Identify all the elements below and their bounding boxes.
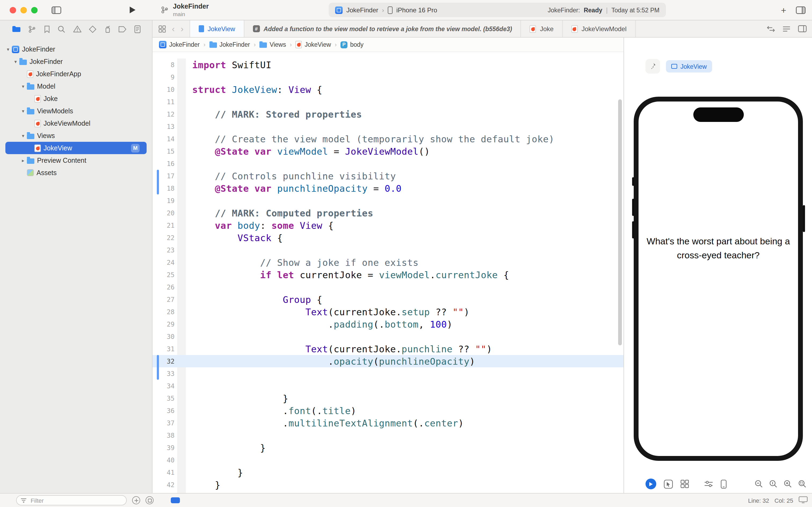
line-number[interactable]: 17 (153, 172, 177, 180)
line-number[interactable]: 33 (153, 370, 177, 377)
code-line[interactable]: 36 .font(.title) (153, 404, 624, 417)
live-preview-button[interactable] (645, 478, 656, 489)
line-number[interactable]: 10 (153, 86, 177, 93)
line-number[interactable]: 14 (153, 135, 177, 143)
activity-viewer[interactable]: JokeFinder: Ready | Today at 5:52 PM (548, 7, 659, 13)
line-number[interactable]: 37 (153, 419, 177, 427)
line-number[interactable]: 21 (153, 222, 177, 229)
line-number[interactable]: 36 (153, 407, 177, 414)
code-line[interactable]: 33 (153, 368, 624, 380)
breadcrumb-item-jokefinder[interactable]: JokeFinder (159, 41, 200, 48)
breadcrumb-item-body[interactable]: Pbody (341, 41, 363, 48)
run-destination[interactable]: iPhone 16 Pro (396, 6, 437, 14)
line-number[interactable]: 15 (153, 148, 177, 155)
line-number[interactable]: 11 (153, 98, 177, 106)
line-number[interactable]: 27 (153, 296, 177, 303)
editor-options-icon[interactable] (782, 25, 791, 32)
line-number[interactable]: 12 (153, 110, 177, 118)
code-line[interactable]: 13 (153, 120, 624, 133)
library-add-icon[interactable]: + (781, 6, 786, 15)
sidebar-item-preview-content[interactable]: ▸Preview Content (0, 154, 152, 167)
disclosure-icon[interactable]: ▾ (12, 59, 19, 64)
project-navigator-icon[interactable] (11, 25, 21, 33)
sidebar-item-views[interactable]: ▾Views (0, 129, 152, 142)
sidebar-item-jokefinder[interactable]: ▾JokeFinder (0, 55, 152, 68)
run-button[interactable] (129, 6, 136, 14)
line-number[interactable]: 23 (153, 246, 177, 254)
line-number[interactable]: 32 (153, 357, 177, 365)
line-number[interactable]: 9 (153, 73, 177, 81)
line-number[interactable]: 24 (153, 259, 177, 266)
sidebar-item-joke[interactable]: Joke (0, 92, 152, 105)
editor[interactable]: 8import SwiftUI910struct JokeView: View … (153, 52, 624, 493)
sidebar-item-model[interactable]: ▾Model (0, 80, 152, 92)
code-line[interactable]: 24 // Show a joke if one exists (153, 256, 624, 269)
disclosure-icon[interactable]: ▾ (19, 108, 27, 114)
sidebar-item-jokeview[interactable]: JokeViewM (5, 142, 147, 154)
code-line[interactable]: 32 .opacity(punchlineOpacity) (153, 355, 624, 368)
breadcrumb-item-views[interactable]: Views (259, 41, 286, 48)
sidebar-item-assets[interactable]: Assets (0, 167, 152, 179)
disclosure-icon[interactable]: ▾ (19, 83, 27, 89)
line-number[interactable]: 26 (153, 283, 177, 291)
minimap-toggle-icon[interactable] (171, 497, 180, 503)
split-editor-icon[interactable] (798, 25, 807, 32)
code-line[interactable]: 28 Text(currentJoke.setup ?? "") (153, 305, 624, 318)
bookmarks-navigator-icon[interactable] (43, 25, 50, 33)
code-line[interactable]: 41 } (153, 466, 624, 478)
editor-swap-icon[interactable] (767, 25, 775, 32)
code-line[interactable]: 17 // Controls punchline visibility (153, 170, 624, 182)
tab-added-a-function-to-the-view[interactable]: #Added a function to the view model to r… (244, 20, 521, 37)
code-line[interactable]: 43} (153, 491, 624, 493)
line-number[interactable]: 20 (153, 209, 177, 217)
debug-navigator-icon[interactable] (104, 25, 111, 33)
code-line[interactable]: 29 .padding(.bottom, 100) (153, 318, 624, 330)
code-line[interactable]: 39 } (153, 442, 624, 454)
tab-jokeview[interactable]: JokeView (189, 20, 244, 37)
line-number[interactable]: 35 (153, 394, 177, 402)
line-number[interactable]: 28 (153, 308, 177, 316)
find-navigator-icon[interactable] (57, 25, 65, 33)
line-number[interactable]: 19 (153, 197, 177, 204)
zoom-in-icon[interactable] (784, 480, 792, 488)
line-number[interactable]: 41 (153, 468, 177, 476)
line-number[interactable]: 25 (153, 271, 177, 278)
sidebar-item-jokefinderapp[interactable]: JokeFinderApp (0, 68, 152, 80)
code-line[interactable]: 21 var body: some View { (153, 219, 624, 231)
filter-input[interactable] (30, 497, 110, 504)
line-number[interactable]: 18 (153, 184, 177, 192)
code-line[interactable]: 11 (153, 96, 624, 108)
code-line[interactable]: 9 (153, 71, 624, 83)
navigator-filter-field[interactable] (16, 495, 127, 505)
line-number[interactable]: 34 (153, 382, 177, 390)
breadcrumb-item-jokeview[interactable]: JokeView (296, 41, 331, 48)
code-line[interactable]: 20 // MARK: Computed properties (153, 207, 624, 219)
line-number[interactable]: 40 (153, 456, 177, 464)
preview-target-chip[interactable]: JokeView (666, 60, 712, 72)
line-number[interactable]: 13 (153, 123, 177, 130)
go-forward-icon[interactable]: › (181, 24, 184, 33)
selectable-mode-icon[interactable] (664, 480, 673, 489)
code-line[interactable]: 26 (153, 281, 624, 293)
toggle-inspector-icon[interactable] (796, 6, 806, 14)
zoom-to-fit-icon[interactable] (798, 480, 807, 488)
code-line[interactable]: 12 // MARK: Stored properties (153, 108, 624, 120)
code-line[interactable]: 31 Text(currentJoke.punchline ?? "") (153, 343, 624, 355)
line-number[interactable]: 30 (153, 333, 177, 340)
disclosure-icon[interactable]: ▸ (19, 158, 27, 163)
filter-recent-button[interactable] (146, 496, 154, 504)
code-line[interactable]: 25 if let currentJoke = viewModel.curren… (153, 269, 624, 281)
code-line[interactable]: 23 (153, 244, 624, 256)
code-line[interactable]: 22 VStack { (153, 231, 624, 244)
code-line[interactable]: 40 (153, 454, 624, 466)
pin-preview-button[interactable] (645, 59, 660, 73)
related-items-icon[interactable] (159, 25, 166, 33)
close-window-button[interactable] (10, 7, 16, 13)
breadcrumb-item-jokefinder[interactable]: JokeFinder (209, 41, 250, 48)
code-line[interactable]: 35 } (153, 392, 624, 404)
add-item-button[interactable] (132, 496, 140, 504)
code-line[interactable]: 10struct JokeView: View { (153, 83, 624, 96)
code-line[interactable]: 19 (153, 194, 624, 207)
zoom-window-button[interactable] (31, 7, 38, 13)
breakpoint-navigator-icon[interactable] (118, 25, 127, 33)
